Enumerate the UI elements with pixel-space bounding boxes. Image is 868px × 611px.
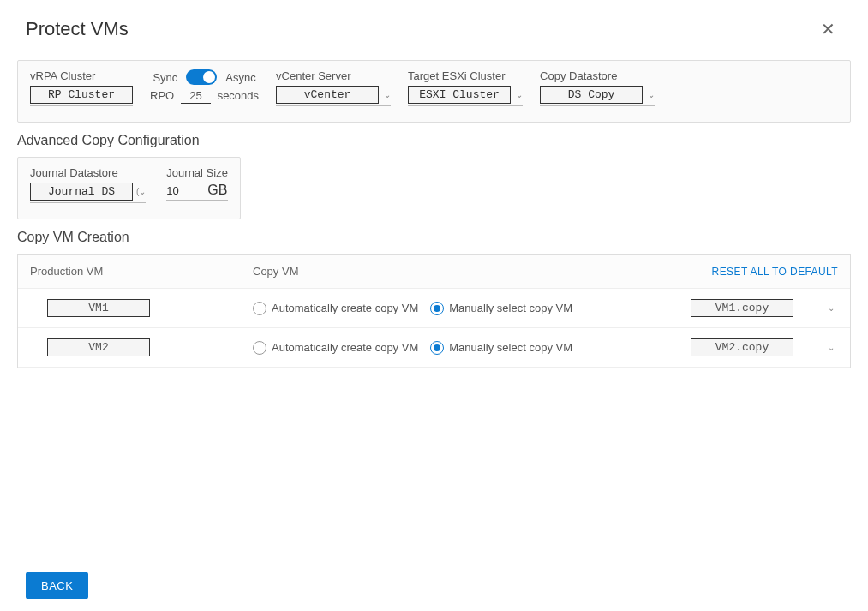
chevron-down-icon: ⌄ bbox=[384, 90, 391, 99]
vrpa-cluster-label: vRPA Cluster bbox=[30, 69, 133, 82]
table-header-production-vm: Production VM bbox=[30, 265, 253, 278]
radio-manual-label: Manually select copy VM bbox=[449, 302, 572, 314]
chevron-down-icon: ⌄ bbox=[828, 343, 835, 352]
rpo-input[interactable]: 25 bbox=[181, 88, 210, 104]
rpo-unit: seconds bbox=[218, 89, 259, 102]
vrpa-cluster-value: RP Cluster bbox=[30, 86, 133, 104]
async-label: Async bbox=[225, 71, 255, 84]
journal-panel: Journal Datastore Journal DS (⌄ Journal … bbox=[17, 157, 241, 219]
journal-ds-value: Journal DS bbox=[30, 183, 133, 201]
radio-auto-create[interactable]: Automatically create copy VM bbox=[253, 341, 418, 355]
vcenter-label: vCenter Server bbox=[276, 69, 391, 82]
radio-icon bbox=[430, 302, 444, 315]
advanced-copy-heading: Advanced Copy Configuration bbox=[17, 133, 851, 148]
production-vm-name: VM1 bbox=[47, 299, 150, 317]
copy-vm-dropdown[interactable]: VM1.copy ⌄ bbox=[673, 299, 838, 317]
copy-vm-dropdown[interactable]: VM2.copy ⌄ bbox=[673, 338, 838, 356]
chevron-down-icon: (⌄ bbox=[136, 187, 146, 196]
sync-label: Sync bbox=[153, 71, 177, 84]
radio-auto-label: Automatically create copy VM bbox=[272, 341, 418, 354]
vrpa-cluster-dropdown[interactable]: RP Cluster bbox=[30, 86, 133, 106]
journal-ds-label: Journal Datastore bbox=[30, 166, 146, 179]
copy-datastore-value: DS Copy bbox=[540, 86, 643, 104]
radio-manual-select[interactable]: Manually select copy VM bbox=[430, 341, 572, 355]
vcenter-dropdown[interactable]: vCenter ⌄ bbox=[276, 86, 391, 106]
copy-vm-value: VM1.copy bbox=[691, 299, 793, 317]
close-button[interactable]: ✕ bbox=[814, 15, 842, 43]
chevron-down-icon: ⌄ bbox=[516, 90, 523, 99]
journal-size-unit: GB bbox=[207, 183, 227, 198]
copy-datastore-dropdown[interactable]: DS Copy ⌄ bbox=[540, 86, 655, 106]
radio-manual-select[interactable]: Manually select copy VM bbox=[430, 302, 572, 315]
copy-vm-table: Production VM Copy VM RESET ALL TO DEFAU… bbox=[17, 254, 851, 368]
copy-datastore-label: Copy Datastore bbox=[540, 69, 655, 82]
vcenter-value: vCenter bbox=[276, 86, 379, 104]
summary-panel: vRPA Cluster RP Cluster Sync Async RPO 2… bbox=[17, 60, 851, 123]
radio-auto-label: Automatically create copy VM bbox=[272, 302, 418, 314]
production-vm-name: VM2 bbox=[47, 338, 150, 356]
chevron-down-icon: ⌄ bbox=[828, 303, 835, 313]
radio-icon bbox=[253, 302, 266, 315]
rpo-label: RPO bbox=[150, 89, 174, 102]
copy-vm-creation-heading: Copy VM Creation bbox=[17, 230, 851, 245]
close-icon: ✕ bbox=[821, 20, 835, 39]
target-esxi-dropdown[interactable]: ESXI Cluster ⌄ bbox=[408, 86, 523, 106]
reset-all-button[interactable]: RESET ALL TO DEFAULT bbox=[712, 266, 838, 278]
radio-manual-label: Manually select copy VM bbox=[449, 341, 572, 354]
copy-vm-value: VM2.copy bbox=[691, 338, 793, 356]
chevron-down-icon: ⌄ bbox=[648, 90, 655, 99]
journal-size-input[interactable]: 10 bbox=[166, 184, 201, 197]
radio-icon bbox=[253, 341, 266, 355]
table-header-copy-vm: Copy VM bbox=[253, 265, 712, 278]
radio-icon bbox=[430, 341, 444, 355]
table-row: VM1 Automatically create copy VM Manuall… bbox=[18, 289, 850, 328]
table-row: VM2 Automatically create copy VM Manuall… bbox=[18, 328, 850, 368]
radio-auto-create[interactable]: Automatically create copy VM bbox=[253, 302, 418, 315]
dialog-title: Protect VMs bbox=[26, 18, 129, 40]
sync-async-toggle[interactable] bbox=[186, 69, 217, 85]
journal-size-label: Journal Size bbox=[166, 166, 228, 179]
target-esxi-value: ESXI Cluster bbox=[408, 86, 511, 104]
journal-ds-dropdown[interactable]: Journal DS (⌄ bbox=[30, 183, 146, 203]
back-button[interactable]: BACK bbox=[26, 572, 88, 599]
target-esxi-label: Target ESXi Cluster bbox=[408, 69, 523, 82]
